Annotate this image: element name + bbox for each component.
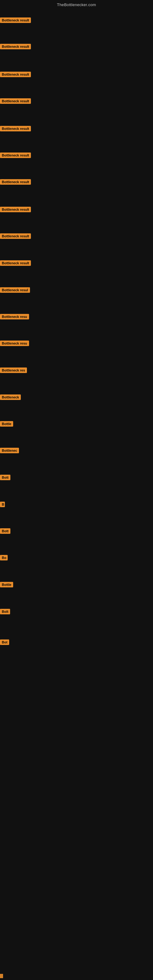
bottleneck-badge-row: Bottleneck res — [0, 368, 27, 374]
bottleneck-result-badge[interactable]: Bottleneck result — [0, 207, 31, 212]
bottleneck-badge-row: Bottleneck result — [0, 98, 31, 105]
bottleneck-result-badge[interactable]: Bottleneck resul — [0, 287, 30, 293]
bottleneck-badge-row: B — [0, 502, 5, 508]
bottleneck-badge-row: Bottleneck resul — [0, 287, 30, 294]
bottleneck-badge-row: Bottleneck result — [0, 179, 31, 186]
bottleneck-result-badge[interactable]: Bottleneck resu — [0, 314, 29, 320]
bottleneck-result-badge[interactable]: Bottleneck — [0, 395, 21, 400]
bottleneck-badge-row: Bolt — [0, 609, 10, 616]
bottleneck-result-badge[interactable]: Bottle — [0, 582, 13, 587]
bottleneck-result-badge[interactable]: Bottleneck res — [0, 368, 27, 373]
bottleneck-result-badge[interactable]: Bottleneck result — [0, 233, 31, 239]
bottleneck-badge-row: Bott — [0, 475, 10, 481]
bottleneck-result-badge[interactable]: Bolt — [0, 609, 10, 614]
site-title: TheBottlenecker.com — [0, 0, 153, 8]
bottleneck-result-badge[interactable]: Bott — [0, 528, 10, 534]
bottleneck-result-badge[interactable]: Bottleneck result — [0, 72, 31, 77]
cursor — [0, 974, 3, 978]
bottleneck-badge-row: Bo — [0, 555, 8, 562]
bottleneck-badge-row: Bottleneck result — [0, 18, 31, 24]
bottleneck-result-badge[interactable]: Bottleneck result — [0, 44, 31, 49]
bottleneck-result-badge[interactable]: Bo — [0, 555, 8, 560]
bottleneck-badge-row: Bottlenec — [0, 448, 19, 455]
bottleneck-result-badge[interactable]: Bott — [0, 475, 10, 480]
bottleneck-badge-row: Bottleneck result — [0, 72, 31, 78]
bottleneck-result-badge[interactable]: Bottlenec — [0, 448, 19, 453]
bottleneck-badge-row: Bot — [0, 640, 9, 646]
bottleneck-badge-row: Bott — [0, 528, 10, 535]
bottleneck-badge-row: Bottleneck resu — [0, 340, 29, 347]
bottleneck-badge-row: Bottleneck result — [0, 153, 31, 159]
bottleneck-badge-row: Bottleneck resu — [0, 314, 29, 321]
bottleneck-badge-row: Bottle — [0, 582, 13, 589]
bottleneck-badge-row: Bottleneck result — [0, 126, 31, 133]
bottleneck-result-badge[interactable]: Bottleneck result — [0, 260, 31, 266]
bottleneck-badge-row: Bottleneck result — [0, 44, 31, 51]
bottleneck-result-badge[interactable]: Bottle — [0, 421, 13, 426]
bottleneck-badge-row: Bottleneck result — [0, 233, 31, 240]
bottleneck-result-badge[interactable]: Bottleneck result — [0, 179, 31, 185]
bottleneck-result-badge[interactable]: Bottleneck result — [0, 98, 31, 104]
bottleneck-badge-row: Bottleneck result — [0, 260, 31, 267]
bottleneck-result-badge[interactable]: Bottleneck result — [0, 126, 31, 131]
bottleneck-result-badge[interactable]: B — [0, 502, 5, 507]
bottleneck-result-badge[interactable]: Bottleneck result — [0, 153, 31, 158]
bottleneck-badge-row: Bottleneck — [0, 395, 21, 401]
bottleneck-badge-row: Bottle — [0, 421, 13, 428]
bottleneck-badge-row: Bottleneck result — [0, 207, 31, 213]
bottleneck-result-badge[interactable]: Bot — [0, 640, 9, 645]
bottleneck-result-badge[interactable]: Bottleneck resu — [0, 340, 29, 346]
bottleneck-result-badge[interactable]: Bottleneck result — [0, 18, 31, 23]
